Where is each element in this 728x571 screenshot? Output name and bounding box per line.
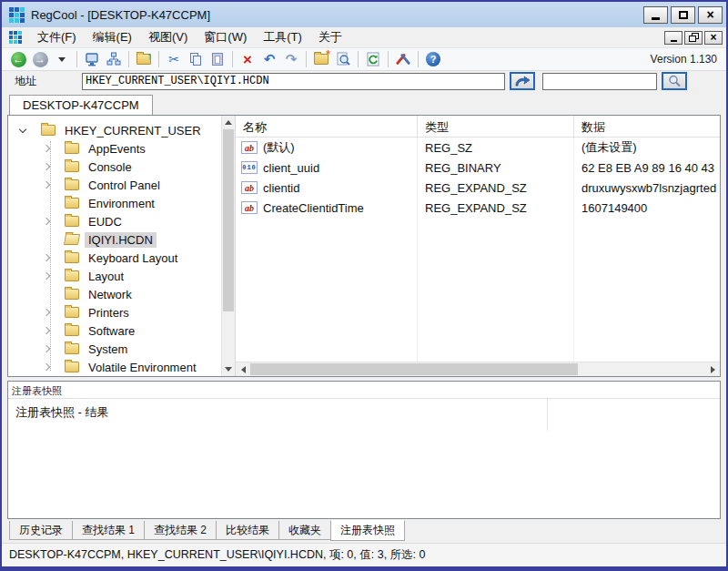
folder-icon — [65, 143, 79, 154]
values-hscrollbar[interactable] — [236, 362, 720, 376]
chevron-left-icon — [241, 366, 246, 373]
chevron-right-icon[interactable] — [39, 342, 54, 356]
back-button[interactable]: ← — [7, 49, 29, 69]
scroll-right-button[interactable] — [705, 362, 720, 377]
delete-button[interactable]: × — [237, 49, 258, 69]
chevron-right-icon[interactable] — [39, 305, 54, 320]
search-input[interactable] — [542, 73, 657, 90]
menu-file[interactable]: 文件(F) — [29, 27, 85, 47]
mdi-close-button[interactable]: × — [704, 31, 723, 45]
close-button[interactable]: × — [698, 6, 723, 24]
chevron-right-icon[interactable] — [39, 178, 54, 192]
registry-value-row[interactable]: (默认)REG_SZ(值未设置) — [236, 138, 720, 158]
tree-item-control-panel[interactable]: Control Panel — [8, 176, 221, 194]
scroll-down-button[interactable] — [222, 362, 235, 376]
string-value-icon — [241, 181, 258, 194]
scroll-left-button[interactable] — [236, 362, 250, 377]
menu-edit[interactable]: 编辑(E) — [85, 27, 140, 47]
bottom-tab-favorites[interactable]: 收藏夹 — [278, 521, 331, 540]
bottom-tab-compare[interactable]: 比较结果 — [216, 521, 279, 540]
forward-button[interactable]: → — [29, 49, 51, 69]
session-tab[interactable]: DESKTOP-K47CCPM — [9, 95, 153, 115]
registry-value-row[interactable]: CreateClientidTimeREG_EXPAND_SZ160714940… — [236, 198, 720, 218]
value-type-cell: REG_BINARY — [418, 161, 574, 175]
tree-scrollbar[interactable] — [221, 116, 235, 376]
chevron-down-icon[interactable] — [15, 123, 30, 138]
scroll-thumb[interactable] — [223, 129, 234, 311]
find-button[interactable] — [332, 49, 354, 69]
column-header-type[interactable]: 类型 — [418, 116, 574, 137]
tree-item-appevents[interactable]: AppEvents — [8, 139, 221, 158]
snapshot-result-item[interactable]: 注册表快照 - 结果 — [8, 399, 720, 421]
registry-value-row[interactable]: client_uuidREG_BINARY62 E8 EB A9 89 16 4… — [236, 158, 720, 178]
column-header-name[interactable]: 名称 — [236, 116, 418, 137]
address-bar: 地址 — [2, 71, 726, 91]
chevron-right-icon[interactable] — [39, 214, 54, 229]
address-input[interactable] — [82, 73, 505, 90]
connect-computer-button[interactable] — [81, 49, 103, 69]
refresh-button[interactable] — [362, 49, 384, 69]
menu-window[interactable]: 窗口(W) — [196, 27, 255, 47]
paste-button[interactable] — [207, 49, 228, 69]
import-button[interactable]: ↑ — [133, 49, 155, 69]
chevron-right-icon[interactable] — [39, 360, 54, 374]
chevron-right-icon[interactable] — [39, 269, 54, 283]
bottom-tab-snapshot[interactable]: 注册表快照 — [330, 520, 405, 541]
column-header-data[interactable]: 数据 — [574, 116, 720, 137]
help-button[interactable]: ? — [422, 49, 444, 69]
mdi-minimize-button[interactable] — [664, 31, 682, 45]
search-button[interactable] — [662, 72, 687, 90]
tree-item-keyboard-layout[interactable]: Keyboard Layout — [8, 249, 221, 267]
bottom-tab-find1[interactable]: 查找结果 1 — [72, 521, 145, 540]
delete-icon: × — [243, 52, 252, 67]
go-button[interactable] — [510, 72, 535, 90]
chevron-right-icon[interactable] — [39, 141, 54, 156]
tree-item-network[interactable]: Network — [8, 285, 221, 303]
redo-button[interactable]: ↷ — [280, 49, 302, 69]
maximize-button[interactable] — [671, 6, 695, 24]
tree-item-layout[interactable]: Layout — [8, 267, 221, 285]
undo-button[interactable]: ↶ — [258, 49, 280, 69]
scroll-thumb[interactable] — [250, 363, 578, 375]
bottom-tab-find2[interactable]: 查找结果 2 — [144, 521, 217, 540]
tree-item-environment[interactable]: Environment — [8, 194, 221, 212]
chevron-right-icon[interactable] — [39, 323, 54, 338]
options-button[interactable] — [392, 49, 414, 69]
menu-about[interactable]: 关于 — [310, 27, 350, 47]
tree-item-printers[interactable]: Printers — [8, 303, 221, 321]
value-name: (默认) — [263, 139, 295, 156]
minimize-button[interactable] — [643, 6, 668, 24]
tree-item-console[interactable]: Console — [8, 158, 221, 176]
tree-item-eudc[interactable]: EUDC — [8, 212, 221, 230]
tree-item-label: AppEvents — [85, 141, 149, 157]
scroll-up-button[interactable] — [222, 116, 235, 129]
copy-button[interactable] — [185, 49, 207, 69]
menu-view[interactable]: 视图(V) — [140, 27, 196, 47]
paste-icon — [212, 53, 223, 66]
history-dropdown-button[interactable] — [51, 49, 73, 69]
chevron-right-icon[interactable] — [39, 250, 54, 265]
chevron-right-icon[interactable] — [39, 159, 54, 174]
registry-value-row[interactable]: clientidREG_EXPAND_SZdruxuwysxwb7lsnzjag… — [236, 178, 720, 198]
scroll-track[interactable] — [250, 362, 705, 376]
tree-item-volatile-environment[interactable]: Volatile Environment — [8, 358, 221, 376]
mdi-restore-button[interactable] — [684, 31, 703, 45]
cut-button[interactable]: ✂ — [163, 49, 185, 69]
tree-item-hkey-current-user[interactable]: HKEY_CURRENT_USER — [8, 121, 221, 139]
copy-icon — [190, 53, 201, 66]
tree-item-system[interactable]: System — [8, 340, 221, 358]
connect-network-button[interactable] — [103, 49, 125, 69]
toolbar-separator — [128, 51, 129, 67]
registry-tree: HKEY_CURRENT_USERAppEventsConsoleControl… — [8, 116, 221, 376]
tree-item-label: Console — [85, 159, 136, 175]
search-icon — [667, 75, 682, 87]
tree-item-software[interactable]: Software — [8, 321, 221, 340]
scroll-track[interactable] — [222, 129, 235, 362]
tree-item-iqiyi-hcdn[interactable]: IQIYI.HCDN — [8, 230, 221, 249]
menu-tools[interactable]: 工具(T) — [255, 27, 310, 47]
new-key-button[interactable]: * — [310, 49, 332, 69]
bottom-tab-history[interactable]: 历史记录 — [9, 521, 73, 540]
history-dropdown-icon — [58, 57, 66, 62]
string-value-icon — [241, 141, 258, 154]
folder-icon — [41, 125, 56, 136]
